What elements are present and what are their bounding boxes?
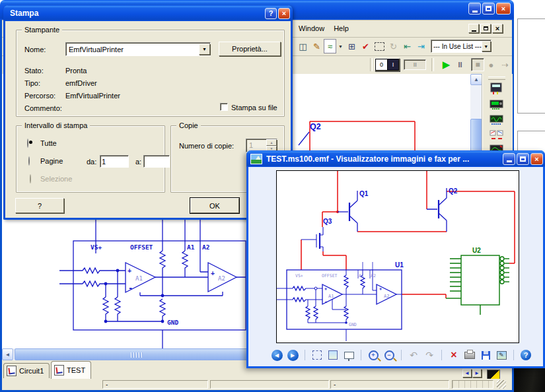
- print-to-file-checkbox[interactable]: [220, 103, 228, 111]
- printer-path-label: Percorso:: [24, 92, 55, 100]
- pause-simulation-icon[interactable]: II: [453, 58, 467, 71]
- print-to-file-label: Stampa su file: [231, 104, 277, 112]
- pause-switch[interactable]: II: [404, 59, 426, 70]
- best-fit-icon[interactable]: [311, 349, 323, 361]
- viewer-toolbar: ◀ ▶ + − ↶ ↷ × ✎ ?: [271, 347, 532, 363]
- dialog-help-icon[interactable]: ?: [265, 8, 277, 19]
- previous-image-icon[interactable]: ◀: [271, 349, 283, 361]
- printer-name-combobox[interactable]: EmfVirtualPrinter ▼: [65, 42, 211, 56]
- menu-window[interactable]: Window: [294, 23, 329, 34]
- svg-text:Q1: Q1: [359, 190, 369, 197]
- svg-text:VS+: VS+: [295, 273, 303, 278]
- svg-text:GND: GND: [167, 319, 178, 326]
- refresh-disabled-icon: ↻: [386, 40, 400, 53]
- range-selection-radio: [30, 174, 31, 183]
- tab-scroll-right-icon[interactable]: ►: [472, 369, 482, 377]
- menu-help[interactable]: Help: [329, 23, 353, 34]
- svg-text:A1: A1: [359, 273, 364, 278]
- svg-text:Q2: Q2: [449, 187, 458, 195]
- svg-text:OFFSET: OFFSET: [322, 273, 338, 278]
- component-wizard-icon[interactable]: ✎: [310, 40, 324, 53]
- printer-name-dropdown-icon[interactable]: ▼: [199, 44, 210, 55]
- in-use-list-dropdown-icon[interactable]: ▼: [482, 41, 491, 51]
- multimeter-icon[interactable]: [488, 82, 505, 95]
- erc-check-icon[interactable]: ✔: [359, 40, 373, 53]
- svg-text:U1: U1: [395, 261, 404, 269]
- ok-button[interactable]: OK: [190, 198, 239, 213]
- function-generator-icon[interactable]: [488, 98, 505, 112]
- status-cell-2: [210, 380, 329, 389]
- dialog-close-icon[interactable]: ×: [278, 8, 290, 19]
- printer-group-legend: Stampante: [22, 26, 62, 34]
- tab-test[interactable]: TEST: [51, 361, 91, 379]
- mdi-minimize-icon[interactable]: [468, 24, 479, 33]
- dialog-help-button[interactable]: ?: [15, 198, 64, 213]
- save-image-icon[interactable]: [480, 349, 491, 361]
- svg-text:OFFSET: OFFSET: [130, 244, 153, 251]
- rotate-counterclockwise-icon: ↶: [408, 349, 419, 361]
- scroll-up-icon[interactable]: ▲: [470, 74, 482, 85]
- printer-path-value: EmfVirtualPrinter: [65, 92, 120, 100]
- svg-text:VS+: VS+: [91, 244, 102, 251]
- schematic-doc-icon: [54, 365, 64, 376]
- pages-from-input[interactable]: [100, 155, 129, 168]
- back-annotate-icon[interactable]: ⇤: [400, 40, 414, 53]
- pages-to-label: a:: [135, 158, 141, 166]
- svg-text:-: -: [128, 284, 133, 293]
- viewer-minimize-icon[interactable]: [503, 153, 515, 165]
- forward-annotate-icon[interactable]: ⇥: [414, 40, 428, 53]
- svg-text:GND: GND: [349, 322, 357, 327]
- database-manager-icon[interactable]: ◫: [296, 40, 310, 53]
- svg-text:+: +: [324, 286, 327, 292]
- viewer-close-icon[interactable]: ×: [530, 153, 543, 165]
- toolbar-grip[interactable]: [488, 77, 505, 80]
- mdi-close-icon[interactable]: ×: [492, 24, 503, 33]
- horizontal-scroll-thumb[interactable]: [15, 348, 259, 360]
- print-dialog-titlebar[interactable]: Stampa ? ×: [3, 5, 293, 21]
- range-all-label[interactable]: Tutte: [40, 139, 57, 147]
- viewer-help-icon[interactable]: ?: [520, 349, 532, 361]
- stop-simulation-icon: ■: [471, 58, 484, 71]
- printer-group: Stampante Nome: EmfVirtualPrinter ▼ Prop…: [16, 30, 285, 117]
- minimize-icon[interactable]: [468, 3, 481, 15]
- resize-grip[interactable]: [497, 380, 506, 389]
- in-use-list-combobox[interactable]: --- In Use List --- ▼: [431, 40, 491, 53]
- tab-circuit1-label: Circuit1: [19, 367, 44, 375]
- viewer-titlebar[interactable]: TEST.ms100.emf - Visualizzatore immagini…: [246, 150, 545, 167]
- range-all-radio[interactable]: [27, 139, 28, 148]
- grapher-icon[interactable]: ≈: [324, 39, 336, 53]
- zoom-in-icon[interactable]: +: [367, 349, 379, 361]
- spinner-up-icon: ▲: [266, 139, 277, 146]
- range-pages-label[interactable]: Pagine: [40, 157, 63, 165]
- maximize-icon[interactable]: [482, 3, 495, 15]
- run-simulation-icon[interactable]: ▶: [439, 58, 453, 71]
- actual-size-icon[interactable]: [327, 349, 339, 361]
- tab-scroll-left-icon[interactable]: ◄: [462, 369, 472, 377]
- print-image-icon[interactable]: [464, 349, 476, 361]
- capture-area-icon[interactable]: [373, 40, 386, 53]
- print-range-legend: Intervallo di stampa: [22, 121, 90, 129]
- scroll-left-icon[interactable]: ◄: [2, 348, 13, 360]
- next-image-icon[interactable]: ▶: [287, 349, 299, 361]
- mdi-restore-icon[interactable]: [480, 24, 491, 33]
- pages-to-input[interactable]: [143, 155, 170, 168]
- tab-test-label: TEST: [67, 366, 85, 374]
- slideshow-icon[interactable]: [343, 349, 355, 361]
- properties-button[interactable]: Proprietà...: [219, 42, 281, 56]
- svg-text:+: +: [379, 286, 382, 292]
- status-cell-ticks: [452, 380, 493, 389]
- grapher-dropdown-icon[interactable]: ▼: [336, 44, 345, 49]
- delete-image-icon[interactable]: ×: [448, 349, 460, 361]
- oscilloscope-icon[interactable]: [488, 129, 505, 143]
- power-switch[interactable]: 0 I: [375, 58, 400, 71]
- printer-name-label: Nome:: [24, 46, 46, 53]
- status-cell-3: -: [330, 380, 449, 389]
- edit-image-icon[interactable]: ✎: [495, 349, 507, 361]
- viewer-maximize-icon[interactable]: [517, 153, 529, 165]
- range-pages-radio[interactable]: [28, 156, 30, 166]
- wattmeter-icon[interactable]: [488, 114, 505, 127]
- tab-circuit1[interactable]: Circuit1: [3, 363, 50, 378]
- zoom-out-icon[interactable]: −: [383, 349, 395, 361]
- close-icon[interactable]: ×: [496, 3, 511, 15]
- spreadsheet-icon[interactable]: ⊞: [345, 40, 359, 53]
